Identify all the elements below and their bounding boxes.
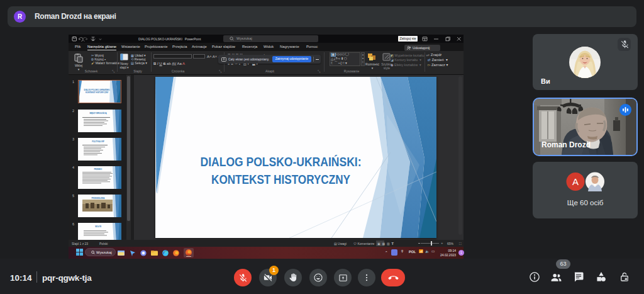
svg-text:A: A	[572, 176, 579, 187]
svg-text:POLITYKA II RP: POLITYKA II RP	[92, 140, 104, 143]
svg-text:DIALOG POLSKO-UKRAIŃSKI:: DIALOG POLSKO-UKRAIŃSKI:	[201, 155, 362, 169]
svg-text:PRZEMOC: PRZEMOC	[94, 168, 103, 171]
svg-text:DIALOG POLSKO-UKRAIŃSKI:: DIALOG POLSKO-UKRAIŃSKI:	[84, 88, 110, 91]
svg-text:KONTEKST HISTORYCZNY: KONTEKST HISTORYCZNY	[211, 172, 350, 186]
svg-text:KONTEKST HISTORYCZNY: KONTEKST HISTORYCZNY	[86, 91, 109, 94]
svg-text:PRZESIEDLENIA: PRZESIEDLENIA	[92, 197, 105, 200]
